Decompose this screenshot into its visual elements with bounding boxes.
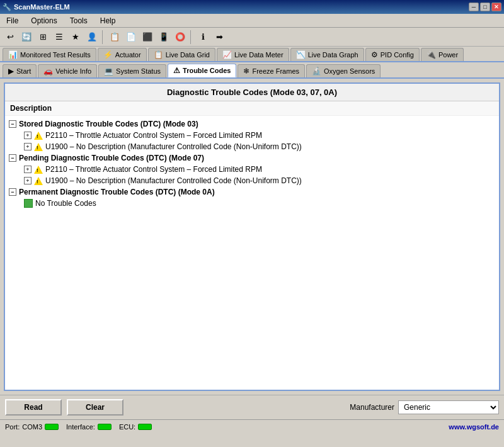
vehicle-info-icon: 🚗 [43,67,53,76]
clear-button[interactable]: Clear [67,399,123,416]
pending-item-u1900[interactable]: + U1900 – No Description (Manufacturer C… [5,175,499,186]
tab-pid-config[interactable]: ⚙ PID Config [365,48,420,61]
main-content: Diagnostic Trouble Codes (Mode 03, 07, 0… [0,79,504,395]
toolbar-terminal[interactable]: ⬛ [140,30,155,45]
permanent-item-none[interactable]: No Trouble Codes [5,198,499,209]
live-meter-icon: 📈 [222,50,232,59]
toolbar-paste[interactable]: 📄 [123,30,139,45]
toolbar-list[interactable]: ☰ [52,30,67,45]
oxygen-sensors-icon: 🔬 [312,67,321,76]
tab-power[interactable]: 🔌 Power [421,48,464,61]
tab-start[interactable]: ▶ Start [3,64,37,77]
manufacturer-select[interactable]: Generic Ford GM Toyota [398,400,499,414]
toolbar: ↩ 🔄 ⊞ ☰ ★ 👤 📋 📄 ⬛ 📱 ⭕ ℹ ➡ [0,28,504,47]
read-button[interactable]: Read [5,399,62,416]
warning-u1900-pending-icon [34,177,43,185]
toolbar-person[interactable]: 👤 [84,30,100,45]
toolbar-arrow[interactable]: ➡ [212,30,227,45]
menu-options[interactable]: Options [27,15,60,26]
expand-u1900-pending-icon[interactable]: + [24,177,32,184]
tab-actuator[interactable]: ⚡ Actuator [98,48,147,61]
toolbar-refresh[interactable]: 🔄 [19,30,34,45]
stored-item-u1900[interactable]: + U1900 – No Description (Manufacturer C… [5,141,499,152]
group-permanent[interactable]: − Permanent Diagnostic Trouble Codes (DT… [5,186,499,198]
toolbar-separator-1 [102,30,105,44]
interface-indicator: Interface: [66,423,112,431]
live-graph-icon: 📉 [296,50,306,59]
warning-p2110-icon [34,132,43,140]
menu-file[interactable]: File [3,15,22,26]
port-value: COM3 [22,423,42,431]
panel-title: Diagnostic Trouble Codes (Mode 03, 07, 0… [5,84,499,101]
tab-vehicle-info[interactable]: 🚗 Vehicle Info [38,64,97,77]
port-indicator: Port: COM3 [5,423,59,431]
monitored-icon: 📊 [8,50,18,59]
toolbar-copy[interactable]: 📋 [107,30,122,45]
power-icon: 🔌 [427,50,436,59]
tab-freeze-frames[interactable]: ❄ Freeze Frames [238,64,305,77]
app-icon: 🔧 [3,3,11,11]
dtc-panel: Diagnostic Trouble Codes (Mode 03, 07, 0… [4,82,500,391]
tab-monitored[interactable]: 📊 Monitored Test Results [3,48,96,61]
toolbar-grid[interactable]: ⊞ [35,30,50,45]
ecu-indicator: ECU: [119,423,152,431]
maximize-button[interactable]: □ [480,3,490,11]
p2110-stored-label: P2110 – Throttle Actuator Control System… [45,131,262,140]
warning-p2110-pending-icon [34,166,43,174]
menu-help[interactable]: Help [96,15,120,26]
expand-u1900-stored-icon[interactable]: + [24,143,32,150]
pid-config-icon: ⚙ [371,50,378,59]
live-grid-icon: 📋 [154,50,163,59]
freeze-frames-icon: ❄ [243,67,249,76]
tree-content: − Stored Diagnostic Trouble Codes (DTC) … [5,116,499,383]
tab-oxygen-sensors[interactable]: 🔬 Oxygen Sensors [306,64,381,77]
ok-icon [24,199,33,208]
ecu-label: ECU: [119,423,135,431]
tab-system-status[interactable]: 💻 System Status [98,64,166,77]
tabs-row-2: ▶ Start 🚗 Vehicle Info 💻 System Status ⚠… [0,62,504,79]
actuator-icon: ⚡ [103,50,113,59]
u1900-pending-label: U1900 – No Description (Manufacturer Con… [45,176,302,185]
warning-u1900-stored-icon [34,143,43,151]
interface-label: Interface: [66,423,95,431]
title-bar: 🔧 ScanMaster-ELM ─ □ ✕ [0,0,504,14]
group-pending-label: Pending Diagnostic Trouble Codes (DTC) (… [19,154,204,162]
trouble-codes-icon: ⚠ [173,66,180,75]
toolbar-back[interactable]: ↩ [3,30,18,45]
minimize-button[interactable]: ─ [469,3,479,11]
toolbar-circle[interactable]: ⭕ [173,30,188,45]
system-status-icon: 💻 [104,67,113,76]
tab-live-grid[interactable]: 📋 Live Data Grid [148,48,215,61]
pending-item-p2110[interactable]: + P2110 – Throttle Actuator Control Syst… [5,164,499,175]
toolbar-star[interactable]: ★ [68,30,83,45]
manufacturer-section: Manufacturer Generic Ford GM Toyota [350,400,499,414]
toolbar-phone[interactable]: 📱 [156,30,171,45]
close-button[interactable]: ✕ [491,3,501,11]
no-trouble-codes-label: No Trouble Codes [35,199,96,208]
app-title: ScanMaster-ELM [14,3,70,11]
expand-permanent-icon[interactable]: − [9,188,16,196]
interface-led [98,424,112,430]
port-label: Port: [5,423,20,431]
expand-p2110-pending-icon[interactable]: + [24,166,32,173]
start-icon: ▶ [8,67,14,76]
group-pending[interactable]: − Pending Diagnostic Trouble Codes (DTC)… [5,152,499,164]
tab-live-graph[interactable]: 📉 Live Data Graph [290,48,364,61]
tab-trouble-codes[interactable]: ⚠ Trouble Codes [168,64,236,77]
tabs-row-1: 📊 Monitored Test Results ⚡ Actuator 📋 Li… [0,47,504,62]
group-permanent-label: Permanent Diagnostic Trouble Codes (DTC)… [19,188,215,196]
title-bar-controls: ─ □ ✕ [469,3,501,11]
title-bar-left: 🔧 ScanMaster-ELM [3,3,70,11]
expand-p2110-icon[interactable]: + [24,132,32,139]
panel-column-header: Description [5,101,499,116]
expand-pending-icon[interactable]: − [9,154,16,162]
toolbar-info[interactable]: ℹ [195,30,210,45]
menu-bar: File Options Tools Help [0,14,504,28]
manufacturer-label: Manufacturer [350,403,394,412]
group-stored[interactable]: − Stored Diagnostic Trouble Codes (DTC) … [5,118,499,130]
tab-live-meter[interactable]: 📈 Live Data Meter [217,48,289,61]
p2110-pending-label: P2110 – Throttle Actuator Control System… [45,165,262,174]
menu-tools[interactable]: Tools [66,15,91,26]
stored-item-p2110[interactable]: + P2110 – Throttle Actuator Control Syst… [5,130,499,141]
expand-stored-icon[interactable]: − [9,120,16,128]
